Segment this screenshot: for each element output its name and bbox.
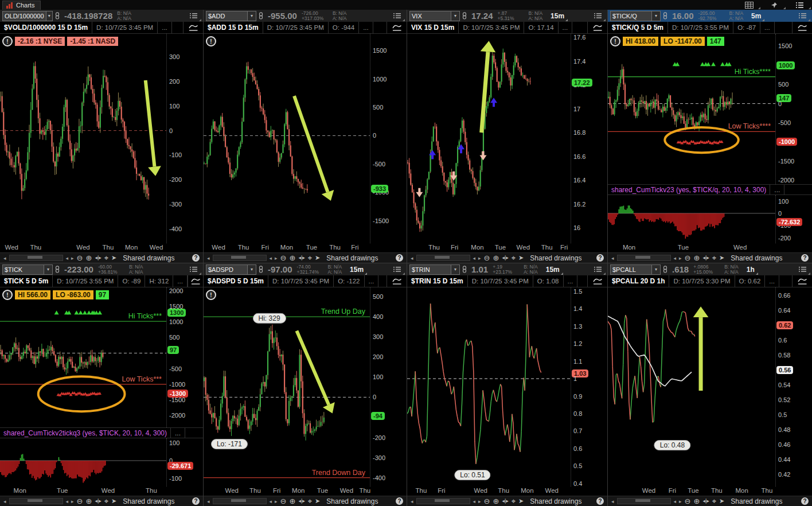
chevron-down-icon[interactable]: ▾ xyxy=(44,265,52,274)
pin-icon[interactable] xyxy=(762,0,787,10)
main-chart[interactable]: 1.51.41.31.21.11.0310.90.80.70.60.50.4Lo… xyxy=(407,287,607,486)
shared-drawings-label[interactable]: Shared drawings xyxy=(326,254,378,262)
link-icon[interactable] xyxy=(663,266,667,273)
panel-menu-icon[interactable] xyxy=(388,263,405,275)
chart-canvas[interactable] xyxy=(0,34,203,243)
shared-drawings-label[interactable]: Shared drawings xyxy=(123,254,174,262)
scrollbar[interactable] xyxy=(213,255,267,261)
chevron-down-icon[interactable]: ▾ xyxy=(451,11,459,21)
chevron-down-icon[interactable]: ▾ xyxy=(651,265,660,274)
study-label[interactable]: shared_CumTickv2tickq3 (yes, $TICK, 20, … xyxy=(0,428,171,438)
chart-style-icon[interactable] xyxy=(587,22,607,33)
scrollbar-thumb[interactable] xyxy=(231,499,246,502)
main-chart[interactable]: ! 5004003002001000-94-200-300-400Trend U… xyxy=(204,287,407,486)
chart-style-icon[interactable] xyxy=(792,275,812,287)
scroll-step-left-icon[interactable]: ◂ xyxy=(66,499,69,504)
symbol-input[interactable]: OLD/1000000 ▾ xyxy=(2,11,53,21)
main-chart[interactable]: 17.617.417.217.221716.816.616.416.216 xyxy=(407,34,607,243)
symbol-input[interactable]: $ADSPD ▾ xyxy=(206,264,256,275)
chevron-down-icon[interactable]: ▾ xyxy=(46,11,53,21)
help-icon[interactable]: ? xyxy=(192,497,200,505)
help-icon[interactable]: ? xyxy=(801,254,809,262)
zoom-in-icon[interactable]: ⊕ xyxy=(86,254,92,262)
pointer-icon[interactable]: ➤ xyxy=(111,254,116,262)
scroll-left-icon[interactable]: ◂ xyxy=(611,255,614,261)
scrollbar[interactable] xyxy=(416,255,470,261)
scroll-step-left-icon[interactable]: ◂ xyxy=(66,255,69,261)
timeframe-chip[interactable]: 5m xyxy=(751,12,764,20)
shared-drawings-label[interactable]: Shared drawings xyxy=(326,497,378,505)
scroll-left-icon[interactable]: ◂ xyxy=(3,255,6,261)
study-label[interactable]: shared_CumTickv23 (yes, $TICK/q, 20, 10,… xyxy=(608,185,770,194)
grid-layout-icon[interactable] xyxy=(736,0,762,10)
help-icon[interactable]: ? xyxy=(596,497,604,505)
scroll-left-icon[interactable]: ◂ xyxy=(611,499,614,504)
chevron-down-icon[interactable]: ▾ xyxy=(651,11,660,21)
help-icon[interactable]: ? xyxy=(596,254,604,262)
scroll-step-right-icon[interactable]: ▸ xyxy=(71,499,74,504)
study-chart[interactable]: 1000-100-29.671 xyxy=(0,438,203,486)
zoom-in-icon[interactable]: ⊕ xyxy=(86,497,92,505)
title-info-cell[interactable]: ... xyxy=(765,275,779,287)
zoom-out-icon[interactable]: ⊖ xyxy=(280,254,287,262)
chart-style-icon[interactable] xyxy=(387,22,407,33)
timeframe-chip[interactable]: 15m xyxy=(546,266,563,274)
crosshair-icon[interactable]: ⌖ xyxy=(104,497,108,505)
link-icon[interactable] xyxy=(55,12,60,20)
panel-menu-icon[interactable] xyxy=(794,10,811,22)
symbol-input[interactable]: $ADD ▾ xyxy=(206,11,256,21)
zoom-in-icon[interactable]: ⊕ xyxy=(290,497,296,505)
chart-style-icon[interactable] xyxy=(587,275,607,287)
crosshair-icon[interactable]: ⌖ xyxy=(512,254,516,262)
pan-icon[interactable]: ◂|▸ xyxy=(298,254,304,262)
pointer-icon[interactable]: ➤ xyxy=(518,254,524,262)
shared-drawings-label[interactable]: Shared drawings xyxy=(530,254,581,262)
scroll-left-icon[interactable]: ◂ xyxy=(3,499,6,504)
pan-icon[interactable]: ◂|▸ xyxy=(502,254,508,262)
pan-icon[interactable]: ◂|▸ xyxy=(702,254,709,262)
title-info-cell[interactable]: ... xyxy=(559,22,573,33)
zoom-out-icon[interactable]: ⊖ xyxy=(484,497,490,505)
scroll-step-left-icon[interactable]: ◂ xyxy=(674,255,677,261)
link-icon[interactable] xyxy=(663,12,667,20)
crosshair-icon[interactable]: ⌖ xyxy=(512,497,516,505)
zoom-out-icon[interactable]: ⊖ xyxy=(484,254,490,262)
scrollbar-thumb[interactable] xyxy=(635,256,650,259)
help-icon[interactable]: ? xyxy=(396,254,403,262)
main-chart[interactable]: ! 150010005000-500-1000-933-1500 xyxy=(204,34,407,243)
symbol-input[interactable]: $TRIN ▾ xyxy=(409,264,460,275)
chart-style-icon[interactable] xyxy=(183,22,203,33)
crosshair-icon[interactable]: ⌖ xyxy=(308,254,312,262)
scroll-step-right-icon[interactable]: ▸ xyxy=(71,255,74,261)
main-chart[interactable]: !-2.16 :1 NYSE-1.45 :1 NASD 3002001000-1… xyxy=(0,34,203,243)
scroll-left-icon[interactable]: ◂ xyxy=(207,499,210,504)
pointer-icon[interactable]: ➤ xyxy=(518,497,524,505)
zoom-out-icon[interactable]: ⊖ xyxy=(685,497,691,505)
symbol-input[interactable]: $TICK/Q ▾ xyxy=(610,11,661,21)
pointer-icon[interactable]: ➤ xyxy=(111,497,116,505)
symbol-input[interactable]: $TICK ▾ xyxy=(2,264,53,275)
crosshair-icon[interactable]: ⌖ xyxy=(104,254,108,262)
chart-style-icon[interactable] xyxy=(792,22,812,33)
symbol-input[interactable]: VIX ▾ xyxy=(409,11,460,21)
help-icon[interactable]: ? xyxy=(396,497,403,505)
help-icon[interactable]: ? xyxy=(192,254,200,262)
scrollbar-thumb[interactable] xyxy=(28,499,42,502)
scroll-step-left-icon[interactable]: ◂ xyxy=(473,499,476,504)
scrollbar[interactable] xyxy=(617,255,671,261)
timeframe-chip[interactable]: 1h xyxy=(747,266,758,274)
shared-drawings-label[interactable]: Shared drawings xyxy=(123,497,174,505)
panel-menu-icon[interactable] xyxy=(794,263,811,275)
scroll-step-right-icon[interactable]: ▸ xyxy=(478,255,481,261)
scroll-step-left-icon[interactable]: ◂ xyxy=(473,255,476,261)
timeframe-chip[interactable]: 15m xyxy=(551,12,568,20)
scrollbar[interactable] xyxy=(9,498,63,504)
scrollbar-thumb[interactable] xyxy=(231,256,246,259)
link-icon[interactable] xyxy=(259,12,263,20)
scroll-left-icon[interactable]: ◂ xyxy=(411,255,413,261)
main-chart[interactable]: 0.660.640.620.60.580.560.540.520.50.480.… xyxy=(608,287,812,486)
shared-drawings-label[interactable]: Shared drawings xyxy=(731,254,782,262)
symbol-input[interactable]: $PCALL ▾ xyxy=(610,264,661,275)
timeframe-chip[interactable]: 15m xyxy=(350,266,367,274)
panel-menu-icon[interactable] xyxy=(388,10,405,22)
